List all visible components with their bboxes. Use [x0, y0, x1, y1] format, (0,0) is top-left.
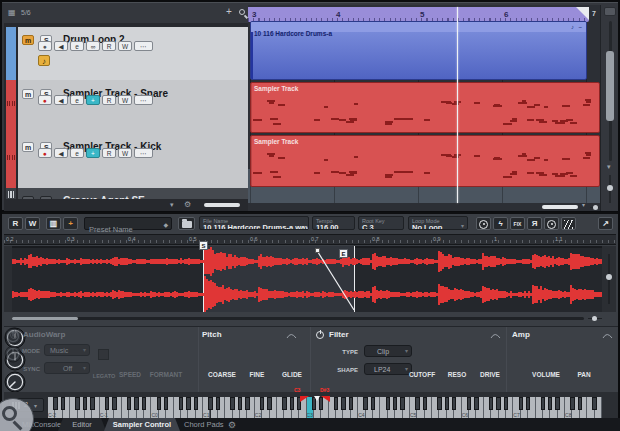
black-key[interactable]: [578, 397, 582, 410]
playhead[interactable]: [457, 7, 458, 203]
filter-type-select[interactable]: Clip▾: [364, 345, 412, 357]
mute-button[interactable]: m: [22, 142, 34, 152]
search-icon[interactable]: [239, 9, 245, 15]
ruler-options-button[interactable]: [604, 7, 616, 16]
playback-mode-button[interactable]: [476, 217, 491, 230]
black-key[interactable]: [541, 397, 545, 410]
chevron-down-icon[interactable]: ▾: [170, 201, 174, 209]
gear-icon[interactable]: ⚙: [184, 200, 191, 209]
amp-envelope-icon[interactable]: [602, 331, 613, 339]
vertical-scrollbar-thumb[interactable]: [606, 51, 614, 121]
track-control-button[interactable]: e: [70, 148, 84, 158]
track-control-button[interactable]: R: [102, 95, 116, 105]
record-arm-button[interactable]: ●: [38, 41, 52, 51]
black-key[interactable]: [290, 397, 294, 410]
black-key[interactable]: [83, 397, 87, 410]
black-key[interactable]: [238, 397, 242, 410]
tab-editor[interactable]: Editor: [58, 418, 106, 431]
black-key[interactable]: [341, 397, 345, 410]
chevron-down-icon[interactable]: ▾: [582, 201, 585, 208]
black-key[interactable]: [164, 397, 168, 410]
track-control-button[interactable]: ⋯: [134, 95, 153, 105]
black-key[interactable]: [53, 397, 57, 410]
black-key[interactable]: [415, 397, 419, 410]
track-row-kick[interactable]: m S Sampler Track - Kick ●◀e+RW⋯: [18, 133, 248, 188]
horizontal-zoom-handle[interactable]: [593, 205, 598, 210]
black-key[interactable]: [90, 397, 94, 410]
black-key[interactable]: [474, 397, 478, 410]
range-start-handle[interactable]: [300, 396, 309, 402]
chevron-down-icon[interactable]: ▾: [607, 163, 611, 171]
black-key[interactable]: [245, 397, 249, 410]
black-key[interactable]: [134, 397, 138, 410]
black-key[interactable]: [230, 397, 234, 410]
reverse-button[interactable]: Я: [527, 217, 542, 230]
track-control-button[interactable]: ◀: [54, 95, 68, 105]
midi-event-kick[interactable]: Sampler Track: [250, 135, 600, 187]
mute-button[interactable]: m: [22, 35, 34, 45]
sync-select[interactable]: Off▾: [44, 362, 90, 374]
black-key[interactable]: [371, 397, 375, 410]
range-end-handle[interactable]: [321, 396, 330, 402]
track-control-button[interactable]: R: [102, 41, 116, 51]
preset-field[interactable]: ◆: [84, 217, 172, 230]
black-key[interactable]: [267, 397, 271, 410]
sample-waveform-display[interactable]: [12, 246, 602, 312]
musical-mode-button[interactable]: ♪: [38, 55, 50, 66]
tempo-display[interactable]: Tempo 116.00: [312, 216, 355, 230]
sample-start-marker[interactable]: S: [199, 241, 208, 250]
read-automation-button[interactable]: R: [8, 217, 23, 230]
track-row-drum-loop[interactable]: m S Drum Loop 2 ●◀e∞RW⋯ ♪: [18, 27, 248, 80]
edit-mode-icon[interactable]: ▥: [46, 217, 61, 230]
black-key[interactable]: [445, 397, 449, 410]
black-key[interactable]: [363, 397, 367, 410]
gear-icon[interactable]: ⚙: [228, 420, 236, 430]
black-key[interactable]: [548, 397, 552, 410]
black-key[interactable]: [423, 397, 427, 410]
audio-event[interactable]: 10 116 Hardcore Drums-a ♪ ~: [250, 21, 587, 80]
timeline-ruler[interactable]: 3456: [248, 7, 589, 22]
black-key[interactable]: [216, 397, 220, 410]
black-key[interactable]: [489, 397, 493, 410]
black-key[interactable]: [570, 397, 574, 410]
black-key[interactable]: [112, 397, 116, 410]
black-key[interactable]: [592, 397, 596, 410]
black-key[interactable]: [105, 397, 109, 410]
filter-envelope-icon[interactable]: [490, 331, 501, 339]
tracklist-scrollbar[interactable]: [204, 203, 240, 207]
track-control-button[interactable]: W: [118, 95, 132, 105]
midi-event-snare[interactable]: Sampler Track: [250, 82, 600, 133]
black-key[interactable]: [282, 397, 286, 410]
wave-zoom-handle[interactable]: [606, 274, 612, 280]
tab-chord-pads[interactable]: Chord Pads: [184, 418, 224, 431]
black-key[interactable]: [61, 397, 65, 410]
mute-button[interactable]: m: [22, 89, 34, 99]
track-control-button[interactable]: W: [118, 148, 132, 158]
black-key[interactable]: [386, 397, 390, 410]
black-key[interactable]: [194, 397, 198, 410]
load-file-button[interactable]: [178, 217, 195, 230]
black-key[interactable]: [157, 397, 161, 410]
track-control-button[interactable]: ⋯: [134, 148, 153, 158]
monophonic-button[interactable]: [544, 217, 559, 230]
black-key[interactable]: [127, 397, 131, 410]
black-key[interactable]: [142, 397, 146, 410]
black-key[interactable]: [179, 397, 183, 410]
black-key[interactable]: [349, 397, 353, 410]
black-key[interactable]: [452, 397, 456, 410]
track-row-snare[interactable]: m S Sampler Track - Snare ●◀e+RW⋯: [18, 80, 248, 133]
black-key[interactable]: [519, 397, 523, 410]
wave-hzoom-handle[interactable]: [592, 316, 597, 321]
preset-browse-icon[interactable]: ◆: [163, 221, 168, 228]
tab-sampler-control[interactable]: Sampler Control: [104, 418, 180, 431]
black-key[interactable]: [526, 397, 530, 410]
fixed-pitch-button[interactable]: FIX: [510, 217, 525, 230]
open-sampler-button[interactable]: +: [86, 95, 100, 105]
sample-end-marker[interactable]: E: [339, 249, 348, 258]
speed-knob[interactable]: [4, 327, 22, 345]
sample-ruler[interactable]: 0.20.30.40.50.60.70.80.911.1: [4, 234, 616, 245]
loop-mode-select[interactable]: Loop Mode No Loop ▾: [408, 216, 468, 230]
event-display[interactable]: 3456 7 10 116 Hardcore Drums-a ♪ ~ Sampl…: [248, 5, 600, 211]
black-key[interactable]: [496, 397, 500, 410]
horizontal-scrollbar-thumb[interactable]: [542, 205, 578, 209]
